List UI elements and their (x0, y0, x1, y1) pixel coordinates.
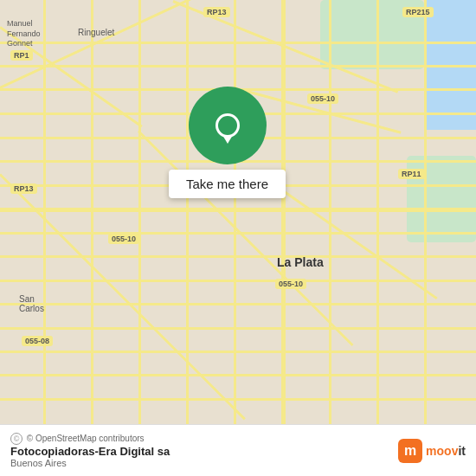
area-label-manuel: ManuelFernandoGonnet (7, 19, 41, 49)
road-h-16 (0, 398, 476, 401)
copyright-label: © OpenStreetMap contributors (27, 434, 145, 443)
road-v-6 (281, 0, 286, 424)
area-label-san-carlos: SanCarlos (19, 294, 44, 313)
area-label-ringuelet: Ringuelet (78, 28, 114, 37)
road-label-055-10-top: 055-10 (307, 93, 338, 104)
road-label-055-10-mid: 055-10 (108, 234, 139, 244)
road-h-8 (0, 208, 476, 212)
road-label-055-08: 055-08 (22, 336, 53, 346)
road-v-9 (424, 0, 427, 424)
road-v-3 (138, 0, 141, 424)
location-pin-button[interactable]: Take me there (169, 87, 286, 198)
road-h-2 (0, 65, 476, 68)
copyright-text: © © OpenStreetMap contributors (10, 433, 389, 445)
road-label-rp13-top: RP13 (203, 7, 230, 17)
road-label-rp11: RP11 (398, 169, 425, 179)
map-container: RP1 RP13 RP13 RP215 RP11 055-10 055-10 0… (0, 0, 476, 424)
road-h-10 (0, 255, 476, 258)
road-h-11 (0, 280, 476, 282)
bottom-info: © © OpenStreetMap contributors Fotocopia… (10, 433, 389, 468)
road-h-13 (0, 327, 476, 330)
road-h-12 (0, 303, 476, 306)
road-label-rp13-left: RP13 (10, 183, 37, 194)
road-h-15 (0, 374, 476, 376)
road-label-rp215: RP215 (402, 7, 434, 17)
copyright-icon: © (10, 433, 23, 445)
pin-circle (189, 87, 267, 164)
road-v-2 (91, 0, 93, 424)
moovit-logo: m moovit (398, 439, 466, 463)
road-v-8 (376, 0, 379, 424)
road-v-5 (234, 0, 236, 424)
moovit-icon: m (398, 439, 422, 463)
take-me-there-button[interactable]: Take me there (169, 170, 286, 198)
pin-marker (215, 113, 240, 138)
moovit-text: moovit (426, 444, 466, 458)
road-label-rp1: RP1 (10, 50, 33, 61)
city-label-la-plata: La Plata (277, 255, 324, 269)
road-label-055-10-right: 055-10 (275, 279, 306, 289)
place-name: Fotocopiadoras-Era Digital sa (10, 445, 389, 458)
road-v-1 (43, 0, 46, 424)
road-h-1 (0, 42, 476, 44)
bottom-bar: © © OpenStreetMap contributors Fotocopia… (0, 424, 476, 476)
place-location: Buenos Aires (10, 458, 389, 468)
road-h-14 (0, 351, 476, 353)
